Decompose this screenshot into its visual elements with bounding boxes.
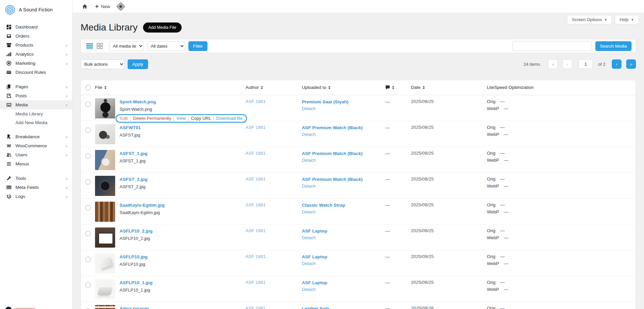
filter-button[interactable]: Filter (188, 41, 208, 51)
help-button[interactable]: Help ▼ (615, 15, 639, 24)
media-title-link[interactable]: ASFWT01 (120, 125, 141, 131)
media-thumbnail[interactable] (95, 253, 115, 273)
media-title-link[interactable]: SaatKayis-Egitim.jpg (120, 202, 165, 208)
row-checkbox[interactable] (85, 231, 91, 236)
row-checkbox[interactable] (85, 153, 91, 159)
media-thumbnail[interactable] (95, 202, 115, 222)
grid-view-icon[interactable] (96, 42, 104, 50)
sidebar-item-products[interactable]: Products › (0, 41, 72, 50)
first-page-button[interactable]: « (548, 59, 558, 69)
bulk-actions-select[interactable]: Bulk actions (81, 59, 125, 69)
next-page-button[interactable]: › (612, 59, 622, 69)
edit-link[interactable]: Edit (120, 116, 128, 121)
column-header-author[interactable]: Author (245, 85, 302, 90)
add-media-file-button[interactable]: Add Media File (143, 22, 182, 33)
author-link[interactable]: ASF 1881 (245, 176, 266, 182)
sidebar-item-marketing[interactable]: Marketing › (0, 59, 72, 68)
media-thumbnail[interactable] (95, 279, 115, 299)
search-input[interactable] (512, 41, 592, 51)
row-checkbox[interactable] (85, 127, 91, 133)
sidebar-item-tools[interactable]: Tools › (0, 174, 72, 183)
author-link[interactable]: ASF 1881 (245, 98, 266, 104)
detach-link[interactable]: Detach (302, 106, 316, 111)
previous-page-button[interactable]: ‹ (562, 59, 572, 69)
media-title-link[interactable]: Sport-Watch.png (120, 99, 247, 105)
sidebar-item-dashboard[interactable]: Dashboard (0, 22, 72, 32)
sidebar-item-media-library[interactable]: Media Library (0, 109, 72, 118)
uploaded-to-link[interactable]: ASF Premium Watch (Black) (302, 151, 385, 156)
select-all-checkbox[interactable] (85, 85, 91, 90)
uploaded-to-link[interactable]: ASF Laptop (302, 254, 385, 260)
screen-options-button[interactable]: Screen Options ▼ (567, 15, 612, 24)
media-type-filter-select[interactable]: All media items (109, 41, 144, 51)
uploaded-to-link[interactable]: ASF Premium Watch (Black) (302, 125, 385, 131)
row-checkbox[interactable] (85, 102, 91, 107)
media-title-link[interactable]: ASFST_1.jpg (120, 151, 147, 156)
media-thumbnail[interactable] (95, 305, 115, 309)
media-thumbnail[interactable] (95, 98, 115, 118)
row-checkbox[interactable] (85, 257, 91, 262)
media-thumbnail[interactable] (95, 227, 115, 248)
media-title-link[interactable]: ASFLP10_1.jpg (120, 280, 152, 286)
sidebar-item-analytics[interactable]: Analytics › (0, 50, 72, 59)
column-header-comments[interactable] (385, 85, 411, 90)
sidebar-item-discount-rules[interactable]: Discount Rules (0, 68, 72, 77)
breakdance-adminbar-icon[interactable] (118, 3, 124, 10)
sidebar-item-pages[interactable]: Pages › (0, 82, 72, 91)
detach-link[interactable]: Detach (302, 209, 316, 214)
media-title-link[interactable]: ASFLP10_2.jpg (120, 228, 152, 234)
detach-link[interactable]: Detach (302, 158, 316, 163)
author-link[interactable]: ASF 1881 (245, 227, 266, 233)
uploaded-to-link[interactable]: ASF Laptop (302, 228, 385, 234)
media-title-link[interactable]: ASFST_2.jpg (120, 176, 147, 182)
download-file-link[interactable]: Download file (216, 116, 242, 121)
uploaded-to-link[interactable]: ASF Laptop (302, 280, 385, 286)
author-link[interactable]: ASF 1881 (245, 202, 266, 207)
sidebar-item-breakdance[interactable]: Breakdance › (0, 132, 72, 141)
sidebar-item-logs[interactable]: Logs › (0, 192, 72, 201)
media-thumbnail[interactable] (95, 124, 115, 144)
detach-link[interactable]: Detach (302, 261, 316, 266)
sidebar-item-menus[interactable]: Menus (0, 159, 72, 168)
detach-link[interactable]: Detach (302, 184, 316, 189)
uploaded-to-link[interactable]: Classic Watch Strap (302, 202, 385, 208)
sidebar-bottom-item[interactable] (5, 307, 36, 309)
list-view-icon[interactable] (86, 42, 94, 50)
new-menu-button[interactable]: + New (95, 4, 110, 9)
author-link[interactable]: ASF 1881 (245, 279, 266, 285)
column-header-date[interactable]: Date (411, 85, 487, 90)
media-thumbnail[interactable] (95, 150, 115, 170)
author-link[interactable]: ASF 1881 (245, 150, 266, 156)
sidebar-item-users[interactable]: Users › (0, 150, 72, 159)
author-link[interactable]: ASF 1881 (245, 305, 266, 309)
media-title-link[interactable]: Adsız tasarım (120, 306, 153, 309)
row-checkbox[interactable] (85, 179, 91, 185)
date-filter-select[interactable]: All dates (147, 41, 185, 51)
site-brand[interactable]: A Sound Fiction (0, 0, 72, 18)
last-page-button[interactable]: » (626, 59, 636, 69)
home-icon[interactable] (82, 4, 88, 9)
delete-permanently-link[interactable]: Delete Permanently (133, 116, 171, 121)
media-thumbnail[interactable] (95, 176, 115, 196)
current-page-input[interactable] (579, 59, 593, 69)
row-checkbox[interactable] (85, 282, 91, 288)
sidebar-item-orders[interactable]: Orders (0, 32, 72, 41)
column-header-file[interactable]: File (95, 85, 245, 90)
uploaded-to-link[interactable]: Leather Sofa (302, 306, 385, 309)
uploaded-to-link[interactable]: Premium Saat (Siyah) (302, 99, 385, 105)
sidebar-item-posts[interactable]: Posts › (0, 91, 72, 100)
search-media-button[interactable]: Search Media (595, 41, 632, 51)
copy-url-link[interactable]: Copy URL (191, 116, 211, 121)
author-link[interactable]: ASF 1881 (245, 124, 266, 130)
sidebar-item-meta-fields[interactable]: Meta Fields › (0, 183, 72, 192)
media-title-link[interactable]: ASFLP10.jpg (120, 254, 147, 260)
sidebar-item-add-new-media[interactable]: Add New Media (0, 118, 72, 127)
row-checkbox[interactable] (85, 205, 91, 210)
apply-button[interactable]: Apply (128, 59, 148, 69)
sidebar-item-woocommerce[interactable]: W WooCommerce › (0, 141, 72, 150)
detach-link[interactable]: Detach (302, 132, 316, 137)
detach-link[interactable]: Detach (302, 235, 316, 240)
sidebar-item-media[interactable]: Media › (0, 100, 72, 109)
uploaded-to-link[interactable]: ASF Premium Watch (Black) (302, 176, 385, 182)
column-header-uploaded-to[interactable]: Uploaded to (302, 85, 385, 90)
